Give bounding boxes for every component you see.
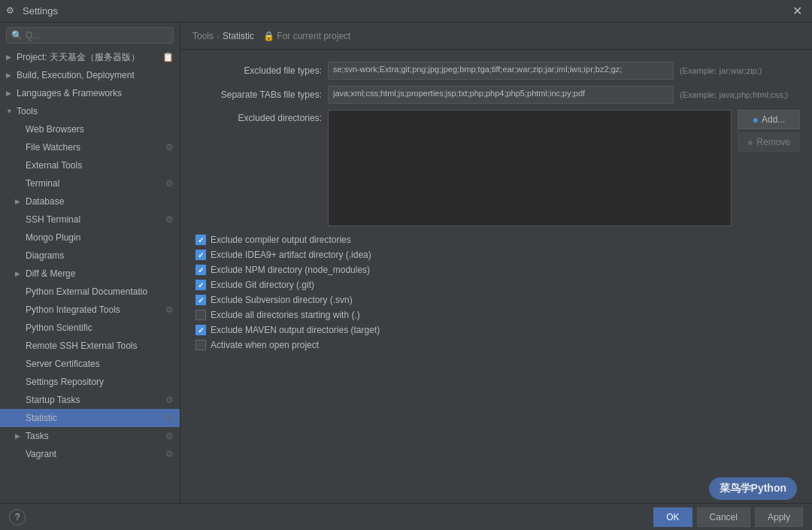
sidebar-item-label: Languages & Frameworks <box>17 88 174 98</box>
separate-tabs-label: Separate TABs file types: <box>192 89 328 100</box>
sidebar-item-web-browsers[interactable]: Web Browsers <box>0 120 180 138</box>
title-bar-left: ⚙ Settings <box>6 5 58 17</box>
arrow-icon: ▶ <box>6 89 14 97</box>
gear-icon: ⚙ <box>165 214 174 225</box>
apply-label: Apply <box>768 512 790 522</box>
checkbox-row-4[interactable]: ✓ Exclude Subversion directory (.svn) <box>192 292 800 307</box>
ok-button[interactable]: OK <box>653 507 692 527</box>
checkbox-exclude-dot[interactable] <box>195 310 206 320</box>
help-label: ? <box>15 512 20 522</box>
breadcrumb-sep: › <box>217 31 220 41</box>
excluded-file-types-row: Excluded file types: se;svn-work;Extra;g… <box>192 62 800 80</box>
checkmark-icon: ✓ <box>198 296 204 304</box>
sidebar-item-label: File Watchers <box>26 142 162 153</box>
sidebar-item-label: Python Integrated Tools <box>26 304 162 315</box>
search-box[interactable]: 🔍 <box>6 27 174 44</box>
gear-icon: ⚙ <box>165 142 174 153</box>
checkbox-row-7[interactable]: Activate when open project <box>192 338 800 353</box>
excluded-dirs-label: Excluded directories: <box>192 110 328 123</box>
cancel-label: Cancel <box>710 512 738 522</box>
content-area: Tools › Statistic 🔒 For current project … <box>180 23 812 503</box>
sidebar-item-label: Terminal <box>26 178 162 189</box>
sidebar-item-python-int-tools[interactable]: Python Integrated Tools ⚙ <box>0 301 180 319</box>
checkbox-label-3: Exclude Git directory (.git) <box>211 280 314 290</box>
checkbox-row-3[interactable]: ✓ Exclude Git directory (.git) <box>192 277 800 292</box>
dialog-buttons: OK Cancel Apply <box>653 507 803 527</box>
sidebar-item-languages[interactable]: ▶ Languages & Frameworks <box>0 84 180 102</box>
checkbox-row-6[interactable]: ✓ Exclude MAVEN output directories (targ… <box>192 323 800 338</box>
sidebar-item-diagrams[interactable]: Diagrams <box>0 247 180 265</box>
sidebar-item-diff-merge[interactable]: ▶ Diff & Merge <box>0 265 180 283</box>
apply-button[interactable]: Apply <box>755 507 803 527</box>
sidebar-item-mongo-plugin[interactable]: Mongo Plugin <box>0 229 180 247</box>
excluded-dirs-box[interactable] <box>328 110 732 226</box>
add-label: Add... <box>762 114 785 125</box>
sidebar-item-label: Python External Documentatio <box>26 286 174 297</box>
checkbox-row-0[interactable]: ✓ Exclude compiler output directories <box>192 232 800 247</box>
checkbox-exclude-compiler[interactable]: ✓ <box>195 235 206 245</box>
separate-tabs-value[interactable]: java;xml;css;html;js;properties;jsp;txt;… <box>328 86 674 104</box>
sidebar-item-terminal[interactable]: Terminal ⚙ <box>0 174 180 192</box>
breadcrumb: Tools › Statistic 🔒 For current project <box>180 23 812 50</box>
sidebar-item-label: Project: 天天基金（服务器版） <box>17 51 159 64</box>
checkbox-exclude-svn[interactable]: ✓ <box>195 295 206 305</box>
gear-icon: ⚙ <box>165 431 174 441</box>
add-button[interactable]: ● Add... <box>738 110 800 129</box>
sidebar-item-label: Web Browsers <box>26 124 174 135</box>
checkbox-activate-open[interactable] <box>195 340 206 350</box>
sidebar: 🔍 ▶ Project: 天天基金（服务器版） 📋 ▶ Build, Execu… <box>0 23 180 503</box>
excluded-dirs-row: Excluded directories: ● Add... ● Remove <box>192 110 800 226</box>
sidebar-item-external-tools[interactable]: External Tools <box>0 156 180 174</box>
bottom-bar: ? OK Cancel Apply <box>0 503 812 530</box>
search-input[interactable] <box>26 30 168 41</box>
checkmark-icon: ✓ <box>198 326 204 335</box>
sidebar-item-python-scientific[interactable]: Python Scientific <box>0 319 180 337</box>
sidebar-item-database[interactable]: ▶ Database <box>0 192 180 210</box>
sidebar-item-label: Mongo Plugin <box>26 232 174 243</box>
sidebar-item-label: Build, Execution, Deployment <box>17 70 174 80</box>
sidebar-item-label: Statistic <box>26 413 162 423</box>
sidebar-item-label: SSH Terminal <box>26 214 162 225</box>
sidebar-icon-right: 📋 <box>162 52 174 62</box>
ok-label: OK <box>666 512 679 522</box>
checkbox-row-2[interactable]: ✓ Exclude NPM directory (node_modules) <box>192 262 800 277</box>
checkbox-exclude-maven[interactable]: ✓ <box>195 325 206 335</box>
remove-button[interactable]: ● Remove <box>738 132 800 152</box>
sidebar-item-tools[interactable]: ▼ Tools <box>0 102 180 120</box>
checkboxes-section: ✓ Exclude compiler output directories ✓ … <box>192 232 800 353</box>
checkbox-exclude-idea9[interactable]: ✓ <box>195 250 206 260</box>
search-icon: 🔍 <box>11 30 23 41</box>
title-bar: ⚙ Settings ✕ <box>0 0 812 23</box>
sidebar-item-build[interactable]: ▶ Build, Execution, Deployment <box>0 66 180 84</box>
sidebar-item-ssh-terminal[interactable]: SSH Terminal ⚙ <box>0 210 180 229</box>
checkbox-row-1[interactable]: ✓ Exclude IDEA9+ artifact directory (.id… <box>192 247 800 262</box>
help-button[interactable]: ? <box>9 509 26 525</box>
sidebar-item-project[interactable]: ▶ Project: 天天基金（服务器版） 📋 <box>0 48 180 66</box>
sidebar-item-settings-repo[interactable]: Settings Repository <box>0 373 180 391</box>
arrow-icon: ▶ <box>15 198 23 205</box>
sidebar-item-python-ext-doc[interactable]: Python External Documentatio <box>0 283 180 301</box>
checkbox-exclude-npm[interactable]: ✓ <box>195 265 206 275</box>
gear-icon: ⚙ <box>165 304 174 315</box>
sidebar-item-startup-tasks[interactable]: Startup Tasks ⚙ <box>0 391 180 409</box>
excluded-file-types-value[interactable]: se;svn-work;Extra;git;png;jpg;jpeg;bmp;t… <box>328 62 674 80</box>
checkbox-label-1: Exclude IDEA9+ artifact directory (.idea… <box>211 250 371 260</box>
close-button[interactable]: ✕ <box>788 2 806 20</box>
sidebar-item-vagrant[interactable]: Vagrant ⚙ <box>0 445 180 463</box>
excluded-file-types-hint: (Example: jar;war;zip;) <box>680 66 800 75</box>
separate-tabs-hint: (Example: java;php;html;css;) <box>680 90 800 99</box>
sidebar-item-server-certs[interactable]: Server Certificates <box>0 355 180 373</box>
arrow-icon: ▶ <box>15 270 23 277</box>
checkbox-row-5[interactable]: Exclude all directories starting with (.… <box>192 307 800 323</box>
checkbox-exclude-git[interactable]: ✓ <box>195 280 206 290</box>
sidebar-item-statistic[interactable]: Statistic ⚙ <box>0 409 180 427</box>
sidebar-item-label: Tasks <box>26 431 162 441</box>
sidebar-item-tasks[interactable]: ▶ Tasks ⚙ <box>0 427 180 445</box>
window-title: Settings <box>23 5 58 17</box>
sidebar-item-file-watchers[interactable]: File Watchers ⚙ <box>0 138 180 156</box>
arrow-icon: ▶ <box>6 53 14 61</box>
checkmark-icon: ✓ <box>198 281 204 289</box>
sidebar-item-remote-ssh[interactable]: Remote SSH External Tools <box>0 337 180 355</box>
cancel-button[interactable]: Cancel <box>697 507 750 527</box>
gear-icon: ⚙ <box>165 449 174 459</box>
